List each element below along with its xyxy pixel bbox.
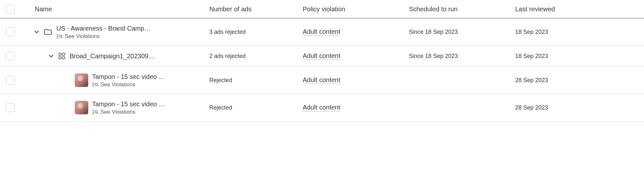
grid-icon: [58, 52, 66, 60]
row-policy-cell: Adult content: [303, 76, 409, 84]
row-name-text[interactable]: Tampon - 15 sec video …: [92, 72, 165, 81]
ad-thumbnail: [75, 73, 88, 87]
violations-table: Name Number of ads Policy violation Sche…: [0, 0, 644, 121]
row-checkbox[interactable]: [6, 27, 15, 36]
row-name-stack: Tampon - 15 sec video … See Violations: [92, 100, 165, 115]
row-reviewed: 28 Sep 2023: [515, 77, 644, 84]
table-row: US - Awareness - Brand Camp… See Violati…: [0, 18, 644, 46]
row-reviewed: 18 Sep 2023: [515, 29, 644, 35]
header-checkbox-cell: [0, 5, 26, 14]
svg-rect-3: [59, 57, 61, 59]
row-checkbox[interactable]: [6, 52, 15, 61]
row-reviewed: 28 Sep 2023: [515, 104, 644, 111]
row-checkbox-cell: [0, 103, 26, 112]
row-name-stack: Broad_Campaign1_202309…: [70, 52, 155, 60]
row-name-text[interactable]: Broad_Campaign1_202309…: [70, 52, 155, 60]
chevron-down-icon[interactable]: [48, 53, 54, 59]
svg-rect-4: [62, 57, 65, 59]
row-reviewed: 18 Sep 2023: [515, 53, 644, 60]
row-name-cell: Tampon - 15 sec video … See Violations: [26, 100, 209, 115]
row-policy-cell: Adult content: [303, 104, 409, 111]
row-checkbox-cell: [0, 76, 26, 85]
row-ads: Rejected: [209, 104, 303, 111]
row-checkbox-cell: [0, 27, 26, 36]
row-ads: 3 ads rejected: [209, 29, 303, 35]
table-row: Tampon - 15 sec video … See Violations R…: [0, 94, 644, 121]
see-violations-label: See Violations: [100, 81, 135, 88]
policy-violation-link[interactable]: Adult content: [303, 52, 340, 60]
policy-violation-link[interactable]: Adult content: [303, 28, 340, 36]
row-scheduled: Since 18 Sep 2023: [409, 29, 515, 35]
header-reviewed[interactable]: Last reviewed: [515, 5, 644, 13]
row-checkbox[interactable]: [6, 103, 15, 112]
see-violations-link[interactable]: See Violations: [92, 81, 165, 88]
row-name-stack: Tampon - 15 sec video … See Violations: [92, 72, 165, 88]
row-name-text[interactable]: Tampon - 15 sec video …: [92, 100, 165, 108]
table-row: Tampon - 15 sec video … See Violations R…: [0, 67, 644, 94]
row-name-stack: US - Awareness - Brand Camp… See Violati…: [56, 24, 151, 40]
list-search-icon: [92, 110, 99, 115]
header-ads[interactable]: Number of ads: [209, 5, 303, 13]
see-violations-link[interactable]: See Violations: [56, 33, 151, 40]
list-search-icon: [56, 34, 63, 39]
row-checkbox[interactable]: [6, 76, 15, 85]
policy-violation-link[interactable]: Adult content: [303, 104, 340, 111]
select-all-checkbox[interactable]: [6, 5, 15, 14]
row-ads: Rejected: [209, 77, 303, 84]
row-scheduled: Since 18 Sep 2023: [409, 53, 515, 60]
policy-violation-link[interactable]: Adult content: [303, 76, 340, 84]
row-checkbox-cell: [0, 52, 26, 61]
header-name[interactable]: Name: [26, 5, 209, 13]
ad-thumbnail: [75, 101, 88, 114]
svg-rect-1: [59, 53, 61, 55]
chevron-down-icon[interactable]: [34, 29, 40, 35]
row-policy-cell: Adult content: [303, 28, 409, 36]
row-name-cell: Tampon - 15 sec video … See Violations: [26, 72, 209, 88]
see-violations-label: See Violations: [100, 109, 135, 115]
row-name-text[interactable]: US - Awareness - Brand Camp…: [56, 24, 151, 33]
row-policy-cell: Adult content: [303, 52, 409, 60]
table-row: Broad_Campaign1_202309… 2 ads rejected A…: [0, 46, 644, 67]
header-policy[interactable]: Policy violation: [303, 5, 409, 13]
folder-icon: [43, 27, 52, 36]
list-search-icon: [92, 82, 99, 87]
see-violations-link[interactable]: See Violations: [92, 109, 165, 115]
header-scheduled[interactable]: Scheduled to run: [409, 5, 515, 13]
row-name-cell: Broad_Campaign1_202309…: [26, 52, 209, 60]
see-violations-label: See Violations: [65, 33, 99, 40]
svg-rect-2: [62, 53, 65, 55]
row-ads: 2 ads rejected: [209, 53, 303, 60]
row-name-cell: US - Awareness - Brand Camp… See Violati…: [26, 24, 209, 40]
table-header-row: Name Number of ads Policy violation Sche…: [0, 0, 644, 18]
